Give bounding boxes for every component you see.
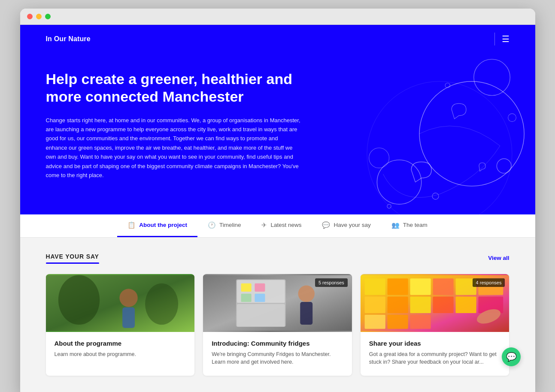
chat-fab-icon: 💬 xyxy=(506,352,517,362)
say-icon: 💬 xyxy=(322,221,330,229)
svg-point-2 xyxy=(497,159,511,173)
cards-grid: About the programme Learn more about the… xyxy=(46,274,510,376)
tab-team-label: The team xyxy=(403,222,428,228)
svg-rect-23 xyxy=(241,293,252,302)
site-logo[interactable]: In Our Nature xyxy=(46,35,91,43)
section-header: HAVE YOUR SAY View all xyxy=(46,253,510,264)
chat-fab-button[interactable]: 💬 xyxy=(502,347,521,366)
svg-rect-32 xyxy=(364,296,385,313)
decorative-circles xyxy=(303,53,535,214)
svg-point-12 xyxy=(145,283,178,324)
svg-rect-35 xyxy=(433,296,453,313)
menu-icon[interactable]: ☰ xyxy=(502,35,510,43)
tab-timeline-label: Timeline xyxy=(219,222,241,228)
tab-timeline[interactable]: 🕐 Timeline xyxy=(197,214,252,237)
svg-point-7 xyxy=(508,114,516,122)
browser-chrome xyxy=(20,9,535,25)
content-area: HAVE YOUR SAY View all xyxy=(20,238,535,392)
card-1-desc: Learn more about the programme. xyxy=(55,350,186,359)
tab-news-label: Latest news xyxy=(270,222,301,228)
card-2-image: 5 responses xyxy=(203,274,352,332)
card-1-title: About the programme xyxy=(55,340,186,347)
svg-point-0 xyxy=(419,81,524,186)
dot-green[interactable] xyxy=(45,14,51,19)
header-right: ☰ xyxy=(494,33,510,45)
svg-rect-18 xyxy=(237,304,285,327)
svg-rect-40 xyxy=(410,315,431,329)
tabs-navigation: 📋 About the project 🕐 Timeline ✈ Latest … xyxy=(20,214,535,238)
timeline-icon: 🕐 xyxy=(208,221,216,229)
tab-say-label: Have your say xyxy=(334,222,370,228)
svg-rect-39 xyxy=(387,315,408,329)
section-underline xyxy=(46,262,99,264)
svg-rect-38 xyxy=(364,315,385,329)
section-title-block: HAVE YOUR SAY xyxy=(46,253,99,264)
card-3-title: Share your ideas xyxy=(369,340,501,347)
svg-point-1 xyxy=(473,59,510,96)
hero-section: Help create a greener, healthier and mor… xyxy=(20,53,535,214)
hero-title: Help create a greener, healthier and mor… xyxy=(46,70,301,106)
tab-about[interactable]: 📋 About the project xyxy=(117,214,197,237)
svg-rect-36 xyxy=(455,296,476,313)
tab-team[interactable]: 👥 The team xyxy=(381,214,438,237)
svg-rect-28 xyxy=(410,278,431,295)
svg-rect-22 xyxy=(255,283,265,291)
card-1[interactable]: About the programme Learn more about the… xyxy=(46,274,195,376)
card-1-body: About the programme Learn more about the… xyxy=(46,332,195,368)
card-2-badge: 5 responses xyxy=(315,278,348,287)
hero-body: Change starts right here, at home and in… xyxy=(46,116,301,180)
svg-rect-29 xyxy=(433,278,453,295)
card-2-body: Introducing: Community fridges We're bri… xyxy=(203,332,352,376)
tab-have-your-say[interactable]: 💬 Have your say xyxy=(312,214,381,237)
svg-point-13 xyxy=(119,289,137,307)
view-all-link[interactable]: View all xyxy=(488,255,509,261)
svg-rect-20 xyxy=(300,302,312,325)
card-3-image: 4 responses xyxy=(361,274,510,332)
card-1-image xyxy=(46,274,195,332)
svg-point-4 xyxy=(369,148,389,168)
card-3[interactable]: 4 responses Share your ideas Got a great… xyxy=(361,274,510,376)
card-2[interactable]: 5 responses Introducing: Community fridg… xyxy=(203,274,352,376)
header-divider xyxy=(494,33,495,45)
about-icon: 📋 xyxy=(127,221,136,229)
svg-rect-21 xyxy=(241,283,252,291)
section-title: HAVE YOUR SAY xyxy=(46,253,99,260)
svg-point-6 xyxy=(432,193,439,199)
team-icon: 👥 xyxy=(391,221,400,229)
card-3-desc: Got a great idea for a community project… xyxy=(369,350,501,367)
tab-news[interactable]: ✈ Latest news xyxy=(251,214,312,237)
dot-red[interactable] xyxy=(27,14,33,19)
svg-point-11 xyxy=(58,275,99,325)
card-3-badge: 4 responses xyxy=(473,278,505,287)
tab-about-label: About the project xyxy=(139,222,187,228)
svg-rect-27 xyxy=(387,278,408,295)
svg-rect-26 xyxy=(364,278,385,295)
card-3-body: Share your ideas Got a great idea for a … xyxy=(361,332,510,376)
dot-yellow[interactable] xyxy=(36,14,42,19)
svg-rect-24 xyxy=(255,293,265,302)
svg-point-3 xyxy=(377,160,421,204)
news-icon: ✈ xyxy=(261,221,267,229)
card-2-desc: We're bringing Community Fridges to Manc… xyxy=(212,350,343,367)
svg-point-19 xyxy=(298,285,315,302)
svg-rect-34 xyxy=(410,296,431,313)
browser-window: In Our Nature ☰ Help create a greener, h… xyxy=(20,9,535,392)
card-2-title: Introducing: Community fridges xyxy=(212,340,343,347)
site-header: In Our Nature ☰ xyxy=(20,25,535,53)
svg-rect-14 xyxy=(122,307,135,328)
svg-rect-33 xyxy=(387,296,408,313)
hero-content: Help create a greener, healthier and mor… xyxy=(46,70,301,180)
